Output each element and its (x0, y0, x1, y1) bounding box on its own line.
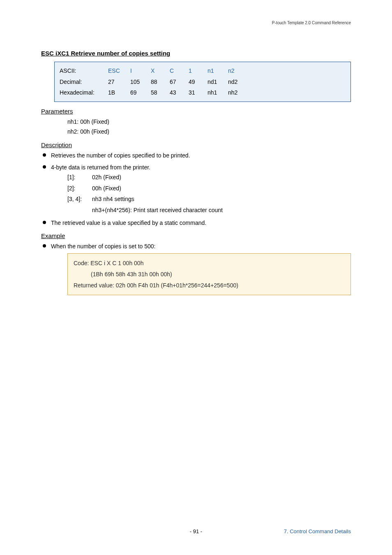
def-row: [1]: 02h (Fixed) (67, 172, 351, 183)
row-label: Decimal: (60, 76, 108, 88)
cell: 88 (151, 76, 170, 88)
example-line: Code: ESC i X C 1 00h 00h (74, 258, 345, 269)
bullet-text: 4-byte data is returned from the printer… (51, 164, 150, 171)
cell: 43 (170, 87, 189, 98)
cell: X (151, 65, 170, 76)
def-key: [1]: (67, 172, 92, 183)
description-heading: Description (41, 141, 351, 148)
def-row: [2]: 00h (Fixed) (67, 183, 351, 194)
cell: nd1 (208, 76, 228, 88)
example-line: Returned value: 02h 00h F4h 01h (F4h+01h… (74, 280, 345, 291)
cell: nh2 (228, 87, 249, 98)
def-key: [3, 4]: (67, 194, 92, 205)
cell: 31 (189, 87, 208, 98)
cell: 105 (130, 76, 151, 88)
row-label: Hexadecimal: (60, 87, 108, 98)
def-row: [3, 4]: nh3 nh4 settings (67, 194, 351, 205)
cell: n1 (208, 65, 228, 76)
cell: 67 (170, 76, 189, 88)
def-val: 00h (Fixed) (92, 183, 121, 194)
parameter-line: nh1: 00h (Fixed) (67, 117, 351, 127)
def-sub: nh3+(nh4*256): Print start received char… (92, 205, 351, 216)
description-list: Retrieves the number of copies specified… (41, 151, 351, 227)
cell: 1 (189, 65, 208, 76)
parameter-line: nh2: 00h (Fixed) (67, 127, 351, 137)
cell: 1B (108, 87, 130, 98)
def-val: 02h (Fixed) (92, 172, 121, 183)
command-encoding-box: ASCII: ESC I X C 1 n1 n2 Decimal: 27 105… (54, 62, 351, 102)
example-line: (1Bh 69h 58h 43h 31h 00h 00h) (91, 269, 345, 280)
bullet-text: Retrieves the number of copies specified… (51, 152, 190, 159)
cell: ESC (108, 65, 130, 76)
cell: C (170, 65, 189, 76)
section-title: ESC iXC1 Retrieve number of copies setti… (41, 50, 351, 57)
example-box: Code: ESC i X C 1 00h 00h (1Bh 69h 58h 4… (67, 253, 351, 295)
bullet-text: The retrieved value is a value specified… (51, 220, 206, 226)
cell: nd2 (228, 76, 249, 88)
table-row: ASCII: ESC I X C 1 n1 n2 (60, 65, 249, 76)
cell: 69 (130, 87, 151, 98)
cell: nh1 (208, 87, 228, 98)
list-item: When the number of copies is set to 500:… (41, 242, 351, 295)
bullet-text: When the number of copies is set to 500: (51, 243, 155, 250)
cell: n2 (228, 65, 249, 76)
table-row: Hexadecimal: 1B 69 58 43 31 nh1 nh2 (60, 87, 249, 98)
cell: I (130, 65, 151, 76)
command-encoding-table: ASCII: ESC I X C 1 n1 n2 Decimal: 27 105… (60, 65, 249, 98)
list-item: Retrieves the number of copies specified… (41, 151, 351, 160)
example-heading: Example (41, 232, 351, 239)
cell: 58 (151, 87, 170, 98)
example-list: When the number of copies is set to 500:… (41, 242, 351, 295)
table-row: Decimal: 27 105 88 67 49 nd1 nd2 (60, 76, 249, 88)
list-item: The retrieved value is a value specified… (41, 218, 351, 227)
def-val: nh3 nh4 settings (92, 194, 134, 205)
cell: 49 (189, 76, 208, 88)
row-label: ASCII: (60, 65, 108, 76)
def-key: [2]: (67, 183, 92, 194)
byte-def-list: [1]: 02h (Fixed) [2]: 00h (Fixed) [3, 4]… (67, 172, 351, 215)
footer-chapter: 7. Control Command Details (284, 528, 351, 534)
list-item: 4-byte data is returned from the printer… (41, 163, 351, 216)
running-header: P-touch Template 2.0 Command Reference (41, 21, 351, 25)
parameters-heading: Parameters (41, 108, 351, 115)
cell: 27 (108, 76, 130, 88)
